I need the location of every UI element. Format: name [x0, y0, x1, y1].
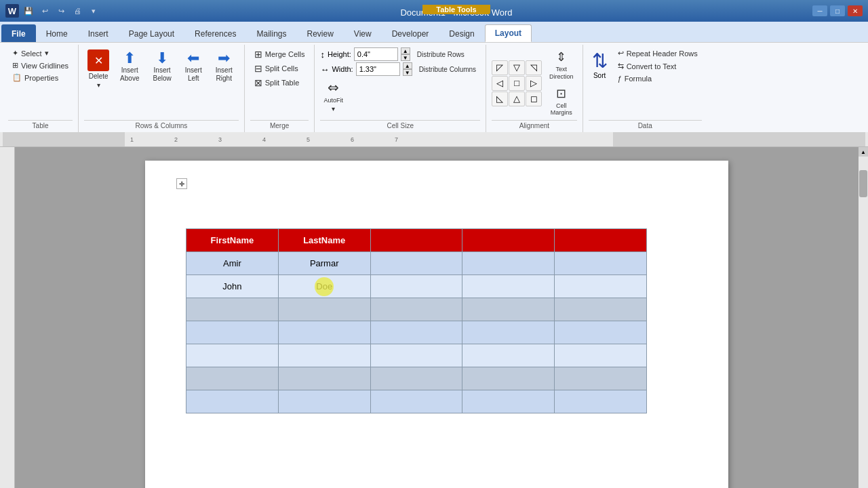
cell-amir[interactable]: Amir: [186, 252, 279, 275]
formula-button[interactable]: ƒ Formula: [614, 73, 702, 84]
cell-r5c4[interactable]: [462, 344, 555, 367]
cell-r4c1[interactable]: [186, 321, 279, 344]
align-mid-right[interactable]: ▷: [526, 76, 542, 91]
insert-right-button[interactable]: ➡ InsertRight: [210, 47, 239, 86]
tab-design[interactable]: Design: [439, 24, 484, 42]
header-cell-5[interactable]: [555, 229, 647, 252]
header-cell-firstname[interactable]: FirstName: [186, 229, 279, 252]
cell-r6c2[interactable]: [278, 367, 370, 390]
cell-r3c5[interactable]: [555, 298, 647, 321]
cell-doe[interactable]: Doe: [278, 275, 370, 298]
insert-below-button[interactable]: ⬇ InsertBelow: [146, 47, 177, 86]
cell-r4c4[interactable]: [462, 321, 555, 344]
height-down[interactable]: ▼: [401, 54, 410, 61]
insert-left-button[interactable]: ⬅ InsertLeft: [179, 47, 208, 86]
convert-text-button[interactable]: ⇆ Convert to Text: [614, 60, 702, 72]
cell-r6c3[interactable]: [370, 367, 462, 390]
cell-john[interactable]: John: [186, 275, 279, 298]
cell-margins-button[interactable]: ⊡ CellMargins: [546, 84, 577, 119]
cell-r2c5[interactable]: [555, 275, 647, 298]
align-bot-right[interactable]: ◻: [526, 92, 542, 106]
cell-r3c2[interactable]: [278, 298, 370, 321]
autofit-button[interactable]: ⇔ AutoFit ▾: [320, 77, 347, 115]
cell-r5c2[interactable]: [278, 344, 370, 367]
properties-button[interactable]: 📋 Properties: [8, 72, 73, 83]
cell-r7c5[interactable]: [555, 390, 647, 413]
repeat-header-button[interactable]: ↩ Repeat Header Rows: [614, 47, 702, 59]
cell-r4c2[interactable]: [278, 321, 370, 344]
delete-button[interactable]: ✕ Delete ▾: [84, 47, 113, 91]
tab-insert[interactable]: Insert: [78, 24, 119, 42]
close-btn[interactable]: ✕: [848, 5, 863, 16]
vertical-scrollbar[interactable]: ▲ ▼: [859, 147, 868, 488]
align-top-left[interactable]: ◸: [492, 60, 508, 75]
insert-above-button[interactable]: ⬆ InsertAbove: [114, 47, 145, 86]
cell-r3c1[interactable]: [186, 298, 279, 321]
tab-developer[interactable]: Developer: [382, 24, 439, 42]
select-button[interactable]: ✦ Select ▾: [8, 47, 73, 59]
scroll-up[interactable]: ▲: [859, 147, 868, 157]
minimize-btn[interactable]: ─: [812, 5, 827, 16]
tab-view[interactable]: View: [344, 24, 382, 42]
cell-r1c3[interactable]: [370, 252, 462, 275]
align-top-right[interactable]: ◹: [526, 60, 542, 75]
width-down[interactable]: ▼: [403, 69, 412, 76]
cell-r7c2[interactable]: [278, 390, 370, 413]
cell-r5c3[interactable]: [370, 344, 462, 367]
undo-btn[interactable]: ↩: [38, 4, 52, 18]
cell-r3c4[interactable]: [462, 298, 555, 321]
align-bot-left[interactable]: ◺: [492, 92, 508, 106]
distribute-cols-btn[interactable]: Distribute Columns: [415, 64, 480, 75]
align-mid-center[interactable]: □: [509, 76, 525, 91]
tab-page-layout[interactable]: Page Layout: [119, 24, 184, 42]
table-move-handle[interactable]: ✛: [176, 178, 187, 189]
split-table-button[interactable]: ⊠ Split Table: [250, 76, 309, 89]
redo-btn[interactable]: ↪: [54, 4, 68, 18]
customize-qa[interactable]: ▾: [87, 4, 100, 18]
tab-review[interactable]: Review: [296, 24, 343, 42]
cell-r2c4[interactable]: [462, 275, 555, 298]
cell-r2c3[interactable]: [370, 275, 462, 298]
maximize-btn[interactable]: □: [830, 5, 845, 16]
cell-r3c3[interactable]: [370, 298, 462, 321]
cell-r5c5[interactable]: [555, 344, 647, 367]
cell-r5c1[interactable]: [186, 344, 279, 367]
merge-cells-button[interactable]: ⊞ Merge Cells: [250, 47, 309, 61]
view-gridlines-button[interactable]: ⊞ View Gridlines: [8, 60, 73, 71]
scroll-track[interactable]: [859, 157, 868, 488]
tab-home[interactable]: Home: [36, 24, 78, 42]
text-direction-button[interactable]: ⇕ TextDirection: [546, 47, 577, 83]
split-cells-button[interactable]: ⊟ Split Cells: [250, 62, 309, 75]
print-btn[interactable]: 🖨: [71, 4, 84, 18]
scroll-thumb[interactable]: [859, 170, 867, 197]
sort-button[interactable]: ⇅ Sort: [589, 47, 611, 81]
align-mid-left[interactable]: ◁: [492, 76, 508, 91]
distribute-rows-btn[interactable]: Distribute Rows: [413, 49, 469, 60]
cell-r7c4[interactable]: [462, 390, 555, 413]
header-cell-4[interactable]: [462, 229, 555, 252]
tab-layout[interactable]: Layout: [485, 24, 532, 42]
width-up[interactable]: ▲: [403, 62, 412, 69]
cell-r6c5[interactable]: [555, 367, 647, 390]
cell-r7c3[interactable]: [370, 390, 462, 413]
header-cell-3[interactable]: [370, 229, 462, 252]
cell-r4c3[interactable]: [370, 321, 462, 344]
tab-mailings[interactable]: Mailings: [246, 24, 296, 42]
tab-references[interactable]: References: [184, 24, 246, 42]
cell-r6c4[interactable]: [462, 367, 555, 390]
height-up[interactable]: ▲: [401, 47, 410, 54]
align-bot-center[interactable]: △: [509, 92, 525, 106]
cell-parmar[interactable]: Parmar: [278, 252, 370, 275]
cell-r1c5[interactable]: [555, 252, 647, 275]
save-btn[interactable]: 💾: [22, 4, 35, 18]
header-cell-lastname[interactable]: LastName: [278, 229, 370, 252]
align-top-center[interactable]: ▽: [509, 60, 525, 75]
cell-r1c4[interactable]: [462, 252, 555, 275]
cell-r7c1[interactable]: [186, 390, 279, 413]
width-input[interactable]: [356, 62, 400, 76]
cell-r6c1[interactable]: [186, 367, 279, 390]
document-scroll[interactable]: ✛ FirstName LastName Amir Parmar: [15, 147, 859, 488]
height-input[interactable]: [354, 47, 398, 61]
tab-file[interactable]: File: [1, 24, 36, 42]
cell-r4c5[interactable]: [555, 321, 647, 344]
